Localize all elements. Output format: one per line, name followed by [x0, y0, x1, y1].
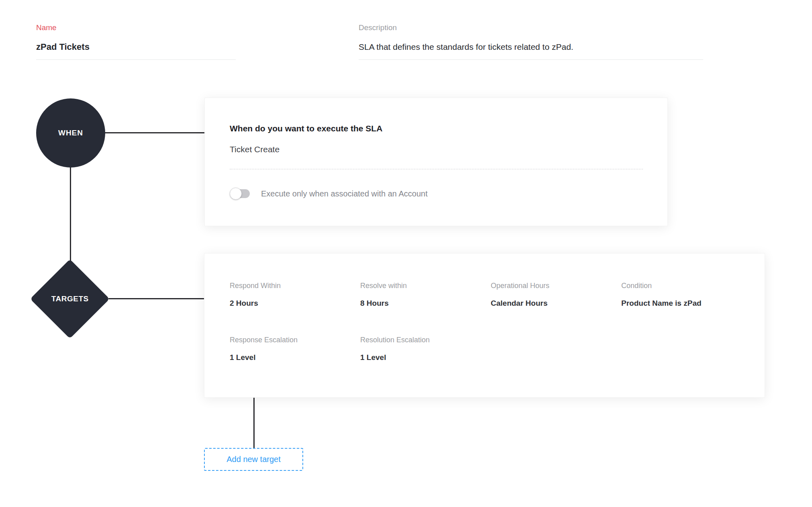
sla-description-underline	[359, 59, 703, 60]
field-value: 2 Hours	[230, 299, 360, 308]
field-label: Response Escalation	[230, 336, 360, 344]
target-field-condition: Condition Product Name is zPad	[621, 282, 749, 308]
field-value: Product Name is zPad	[621, 299, 749, 308]
add-new-target-label: Add new target	[226, 455, 281, 464]
when-card: When do you want to execute the SLA Tick…	[204, 98, 668, 226]
sla-name-input[interactable]: zPad Tickets	[36, 42, 236, 52]
targets-node-diamond: TARGETS	[30, 259, 110, 339]
connector-when-to-card	[104, 132, 204, 133]
sla-builder-page: Name zPad Tickets Description SLA that d…	[0, 0, 812, 507]
when-node-circle: WHEN	[36, 98, 105, 168]
targets-node-label: TARGETS	[51, 294, 89, 303]
target-field-response-escalation: Response Escalation 1 Level	[230, 336, 360, 362]
account-toggle-row: Execute only when associated with an Acc…	[230, 187, 643, 200]
field-value: 1 Level	[230, 353, 360, 362]
target-summary-card[interactable]: Respond Within 2 Hours Resolve within 8 …	[204, 253, 765, 398]
account-toggle-switch[interactable]	[230, 187, 251, 200]
field-label: Condition	[621, 282, 749, 290]
sla-name-underline	[36, 59, 236, 60]
field-value: Calendar Hours	[491, 299, 621, 308]
field-label: Respond Within	[230, 282, 360, 290]
sla-description-input[interactable]: SLA that defines the standards for ticke…	[359, 42, 703, 52]
field-value: 1 Level	[360, 353, 491, 362]
when-node-label: WHEN	[58, 129, 83, 137]
sla-description-label: Description	[359, 23, 703, 32]
target-field-resolve-within: Resolve within 8 Hours	[360, 282, 491, 308]
toggle-knob-icon	[230, 188, 242, 200]
sla-name-label: Name	[36, 23, 236, 32]
target-field-respond-within: Respond Within 2 Hours	[230, 282, 360, 308]
account-toggle-label: Execute only when associated with an Acc…	[261, 189, 428, 198]
add-new-target-button[interactable]: Add new target	[204, 448, 303, 471]
sla-description-field: Description SLA that defines the standar…	[359, 23, 703, 60]
target-field-resolution-escalation: Resolution Escalation 1 Level	[360, 336, 491, 362]
field-value: 8 Hours	[360, 299, 491, 308]
connector-when-to-targets	[70, 167, 71, 272]
target-fields-grid: Respond Within 2 Hours Resolve within 8 …	[230, 282, 749, 362]
field-label: Resolve within	[360, 282, 491, 290]
sla-name-field: Name zPad Tickets	[36, 23, 236, 60]
when-card-title: When do you want to execute the SLA	[230, 124, 643, 133]
target-field-operational-hours: Operational Hours Calendar Hours	[491, 282, 621, 308]
connector-card-to-add-button	[253, 398, 255, 448]
field-label: Resolution Escalation	[360, 336, 491, 344]
trigger-select[interactable]: Ticket Create	[230, 145, 643, 154]
connector-targets-to-card	[108, 298, 204, 299]
dotted-divider	[230, 169, 643, 170]
field-label: Operational Hours	[491, 282, 621, 290]
